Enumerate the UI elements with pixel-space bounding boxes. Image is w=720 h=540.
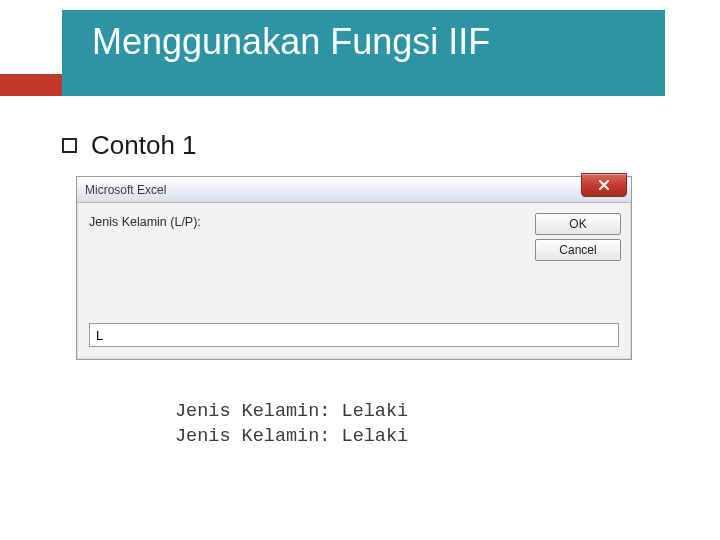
dialog-titlebar: Microsoft Excel	[77, 177, 631, 203]
close-button[interactable]	[581, 173, 627, 197]
gender-input[interactable]	[89, 323, 619, 347]
output-line-1: Jenis Kelamin: Lelaki	[175, 401, 408, 422]
dialog-title: Microsoft Excel	[85, 183, 166, 197]
input-wrapper	[89, 323, 619, 347]
cancel-button-label: Cancel	[559, 243, 596, 257]
cancel-button[interactable]: Cancel	[535, 239, 621, 261]
output-line-2: Jenis Kelamin: Lelaki	[175, 426, 408, 447]
ok-button[interactable]: OK	[535, 213, 621, 235]
bullet-item: Contoh 1	[62, 130, 197, 161]
slide-title-bar: Menggunakan Fungsi IIF	[62, 10, 665, 74]
square-bullet-icon	[62, 138, 77, 153]
slide-title: Menggunakan Fungsi IIF	[92, 21, 490, 63]
bullet-text: Contoh 1	[91, 130, 197, 161]
dialog-body: Jenis Kelamin (L/P): OK Cancel	[77, 203, 631, 359]
close-icon	[597, 179, 611, 191]
accent-stripe	[0, 74, 62, 96]
slide: Menggunakan Fungsi IIF Contoh 1 Microsof…	[0, 0, 720, 540]
inputbox-dialog: Microsoft Excel Jenis Kelamin (L/P): OK …	[76, 176, 632, 360]
console-output: Jenis Kelamin: Lelaki Jenis Kelamin: Lel…	[175, 400, 408, 450]
ok-button-label: OK	[569, 217, 586, 231]
